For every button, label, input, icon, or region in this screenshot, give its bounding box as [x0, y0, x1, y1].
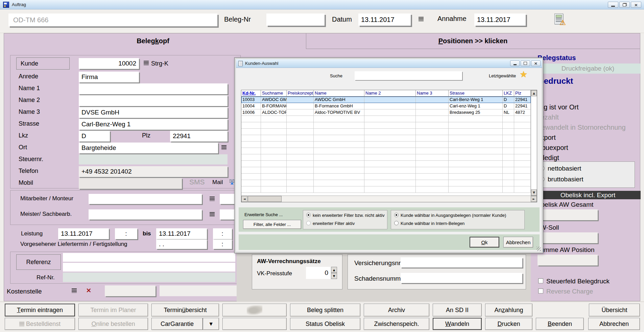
terminuebersicht-button[interactable]: Terminübersicht	[151, 304, 219, 316]
vscroll-up-button[interactable]: ▲	[531, 90, 537, 96]
table-header-lkz[interactable]: LKZ	[503, 90, 514, 97]
referenz-button[interactable]: Referenz	[16, 254, 61, 270]
tab-belegkopf[interactable]: Belegkopf	[0, 37, 306, 45]
referenz-zeile1-field[interactable]	[63, 253, 235, 262]
liefertermin-zeit-field[interactable]	[213, 239, 232, 249]
steuerfeld-checkbox[interactable]	[538, 278, 543, 283]
versicherungsnr-field[interactable]	[401, 257, 522, 267]
status-obelisk-button[interactable]: Status Obelisk	[290, 318, 360, 330]
cargarantie-button[interactable]: CarGarantie	[151, 318, 203, 330]
wandeln-button[interactable]: Wandeln	[433, 318, 482, 330]
table-hscrollbar[interactable]: ◄ ►	[241, 196, 537, 202]
meister-list-icon[interactable]	[210, 212, 215, 216]
radio-internbelege[interactable]	[394, 221, 399, 225]
order-type-field[interactable]	[8, 14, 217, 26]
ort-list-icon[interactable]	[221, 145, 226, 150]
beleg-nr-field[interactable]	[266, 14, 325, 26]
radio-ausgangsbelege[interactable]	[394, 213, 399, 217]
restore-button[interactable]	[619, 2, 630, 8]
lkz-field[interactable]	[79, 131, 110, 142]
radio-kein-filter[interactable]	[306, 213, 311, 217]
leistung-von-field[interactable]	[58, 228, 109, 239]
telefon-field[interactable]	[79, 166, 228, 177]
vk-spinner-up[interactable]: ▲	[331, 267, 337, 273]
beleg-splitten-button[interactable]: Beleg splitten	[290, 304, 360, 316]
letztgewaehlte-star-icon[interactable]: ★	[520, 70, 527, 79]
table-header-name[interactable]: Name	[314, 90, 364, 97]
radio-erweiterter-filter[interactable]	[306, 221, 311, 225]
anzahlung-button[interactable]: Anzahlung	[485, 304, 532, 316]
tab-positionen[interactable]: Positionen >> klicken	[306, 37, 640, 45]
dialog-abbrechen-button[interactable]: Abbrechen	[503, 237, 533, 248]
dialog-close-button[interactable]: ×	[531, 60, 541, 66]
zwischenspeichern-button[interactable]: Zwischenspeich.	[364, 318, 429, 330]
summe-aw-field[interactable]	[538, 255, 598, 265]
beenden-button[interactable]: Beenden	[536, 318, 584, 330]
suche-input[interactable]	[355, 71, 462, 80]
vk-preisstufe-field[interactable]	[306, 267, 331, 279]
vscroll-down-button[interactable]: ▼	[531, 189, 537, 196]
anrede-field[interactable]	[79, 72, 139, 82]
table-header-name2[interactable]: Name 2	[364, 90, 416, 97]
obelisk-aw-field[interactable]	[538, 209, 598, 220]
kunde-field[interactable]	[79, 58, 139, 69]
liefertermin-datum-field[interactable]	[156, 239, 207, 249]
mitarbeiter-list-icon[interactable]	[210, 197, 215, 201]
mobil-field[interactable]	[79, 178, 182, 189]
minimize-button[interactable]	[608, 2, 618, 8]
filter-alle-felder-button[interactable]: Filter, alle Felder ...	[243, 220, 301, 229]
table-header-plz[interactable]: Plz	[514, 90, 531, 97]
hscroll-right-button[interactable]: ►	[531, 196, 537, 202]
kunde-list-icon[interactable]	[144, 61, 149, 65]
cargarantie-dropdown-button[interactable]: ▼	[203, 318, 219, 330]
table-row[interactable]: 10004 B-FORMANC B-Formance GmbH Carl-enz…	[241, 103, 531, 109]
table-header-kdnr[interactable]: Kd-Nr.	[241, 90, 261, 97]
reverse-charge-checkbox[interactable]	[538, 288, 543, 293]
name3-field[interactable]	[79, 107, 228, 118]
table-vscrollbar[interactable]: ▲ ▼	[531, 90, 537, 196]
close-button[interactable]: ×	[631, 2, 641, 8]
leistung-bis-field[interactable]	[156, 228, 207, 239]
abbrechen-button[interactable]: Abbrechen	[588, 318, 640, 330]
drucken-button[interactable]: Drucken	[485, 318, 532, 330]
referenz-zeile2-field[interactable]	[63, 263, 235, 272]
dialog-minimize-button[interactable]	[510, 60, 520, 66]
termin-eintragen-button[interactable]: Termin eintragen	[5, 304, 75, 316]
an-sd-button[interactable]: An SD II	[433, 304, 482, 316]
hscroll-thumb[interactable]	[248, 196, 282, 202]
schadensnummer-field[interactable]	[401, 273, 522, 283]
hscroll-left-button[interactable]: ◄	[241, 196, 247, 202]
leistung-bis-zeit-field[interactable]	[213, 228, 232, 239]
name1-field[interactable]	[79, 83, 228, 94]
kostenstelle-list-icon[interactable]	[72, 288, 77, 293]
mitarbeiter-field[interactable]	[89, 194, 202, 204]
vk-spinner-down[interactable]: ▼	[331, 273, 337, 279]
datum-list-icon[interactable]	[419, 17, 424, 21]
leistung-von-zeit-field[interactable]	[115, 228, 137, 239]
ort-field[interactable]	[79, 143, 218, 153]
aw-soll-field[interactable]	[538, 232, 598, 243]
table-row-selected[interactable]: 10003 AWDOC GM AWDOC GmbH Carl-Benz-Weg …	[241, 97, 531, 103]
datum-field[interactable]	[358, 14, 411, 26]
ok-button[interactable]: Ok	[470, 237, 499, 248]
table-header-suchname[interactable]: Suchname	[261, 90, 287, 97]
annahme-field[interactable]	[474, 14, 526, 26]
table-empty-row	[241, 167, 531, 174]
table-header-name3[interactable]: Name 3	[416, 90, 449, 97]
kunde-button[interactable]: Kunde	[16, 57, 70, 70]
kostenstelle-clear-icon[interactable]: ×	[86, 287, 92, 293]
kostenstelle-field1[interactable]	[105, 285, 156, 296]
strasse-field[interactable]	[79, 119, 228, 130]
resize-grip[interactable]	[536, 247, 541, 251]
table-row[interactable]: 10006 ALDOC-TOP Aldoc-TOPMOTIVE BV Breda…	[241, 109, 531, 116]
table-header-strasse[interactable]: Strasse	[449, 90, 503, 97]
meister-field[interactable]	[89, 209, 202, 220]
dialog-maximize-button[interactable]	[521, 60, 530, 66]
name2-field[interactable]	[79, 95, 228, 106]
kostenstelle-field2[interactable]	[160, 285, 237, 296]
table-header-preiskonzept[interactable]: Preiskonzept	[287, 90, 314, 97]
archiv-button[interactable]: Archiv	[364, 304, 429, 316]
plz-field[interactable]	[170, 131, 228, 142]
uebersicht-button[interactable]: Übersicht	[589, 304, 640, 316]
brutto-label: bruttobasiert	[548, 176, 583, 183]
